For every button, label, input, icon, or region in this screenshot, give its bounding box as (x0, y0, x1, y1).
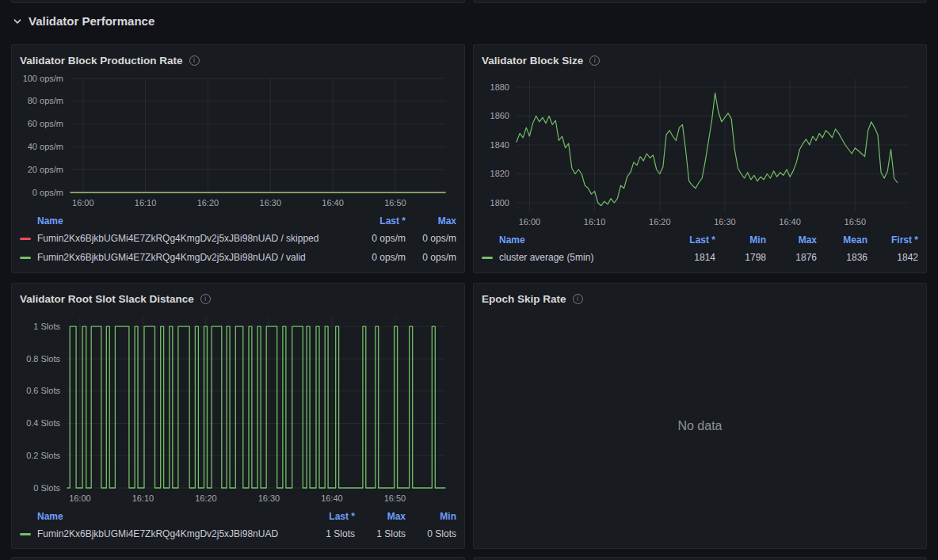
svg-text:16:20: 16:20 (195, 493, 217, 503)
svg-text:1860: 1860 (490, 111, 509, 120)
svg-text:16:40: 16:40 (322, 198, 344, 208)
svg-text:16:10: 16:10 (135, 198, 157, 208)
legend-series-name[interactable]: Fumin2Kx6BjkbUGMi4E7ZkRQg4KmgDv2j5xJBi98… (37, 252, 355, 263)
legend-value-min: 0 Slots (406, 528, 456, 539)
series-color-swatch (482, 257, 493, 259)
dashboard: Validator Performance Validator Block Pr… (0, 0, 938, 560)
series-color-swatch (20, 238, 31, 240)
legend-value-mean: 1836 (817, 252, 867, 263)
svg-text:16:30: 16:30 (258, 493, 280, 503)
chevron-down-icon (13, 17, 22, 26)
legend-header-row: Name Last * Max (20, 213, 456, 229)
panel-header: Validator Block Production Rate i (20, 50, 456, 70)
svg-text:16:00: 16:00 (519, 217, 541, 227)
legend-header-last[interactable]: Last * (304, 511, 355, 522)
panel-epoch-skip-rate: Epoch Skip Rate i No data (473, 283, 927, 549)
legend-row-skipped: Fumin2Kx6BjkbUGMi4E7ZkRQg4KmgDv2j5xJBi98… (20, 229, 456, 248)
partial-panel-bottom-right (473, 557, 927, 560)
svg-text:20 ops/m: 20 ops/m (28, 165, 63, 174)
svg-text:16:10: 16:10 (584, 217, 606, 227)
legend-row-valid: Fumin2Kx6BjkbUGMi4E7ZkRQg4KmgDv2j5xJBi98… (20, 248, 456, 267)
info-icon[interactable]: i (189, 55, 200, 66)
panel-title[interactable]: Validator Root Slot Slack Distance (20, 293, 194, 305)
svg-text:16:20: 16:20 (197, 198, 219, 208)
info-icon[interactable]: i (200, 294, 211, 304)
panel-header: Validator Root Slot Slack Distance i (20, 288, 456, 309)
svg-text:16:50: 16:50 (384, 198, 406, 208)
svg-text:16:50: 16:50 (845, 217, 867, 227)
legend-header-row: Name Last * Min Max Mean First * (482, 232, 918, 248)
svg-text:0.2 Slots: 0.2 Slots (26, 451, 60, 460)
legend-header-name[interactable]: Name (37, 511, 304, 522)
legend-header-mean[interactable]: Mean (817, 234, 867, 246)
root-slot-slack-chart[interactable]: 0 Slots0.2 Slots0.4 Slots0.6 Slots0.8 Sl… (20, 309, 456, 509)
legend-header-first[interactable]: First * (867, 234, 918, 246)
panel-title[interactable]: Epoch Skip Rate (482, 293, 566, 305)
legend-value-min: 1798 (715, 252, 766, 263)
info-icon[interactable]: i (573, 294, 583, 304)
svg-text:0 Slots: 0 Slots (33, 483, 60, 493)
svg-text:1800: 1800 (490, 198, 509, 208)
legend-header-max[interactable]: Max (766, 234, 817, 246)
svg-text:16:20: 16:20 (649, 217, 671, 227)
legend-row-validator: Fumin2Kx6BjkbUGMi4E7ZkRQg4KmgDv2j5xJBi98… (20, 524, 456, 543)
svg-text:16:10: 16:10 (132, 493, 154, 503)
partial-panel-top-left (11, 0, 465, 3)
svg-text:16:50: 16:50 (384, 493, 406, 503)
svg-text:60 ops/m: 60 ops/m (28, 119, 63, 128)
legend-series-name[interactable]: cluster average (5min) (499, 252, 665, 263)
svg-text:0.4 Slots: 0.4 Slots (26, 418, 60, 428)
info-icon[interactable]: i (589, 55, 600, 66)
legend-row-cluster-average: cluster average (5min) 1814 1798 1876 18… (482, 248, 918, 267)
panel-validator-block-production-rate: Validator Block Production Rate i 0 ops/… (11, 44, 465, 273)
svg-text:1840: 1840 (490, 140, 509, 150)
svg-text:0 ops/m: 0 ops/m (32, 188, 63, 197)
legend-header-min[interactable]: Min (406, 511, 456, 522)
svg-text:16:00: 16:00 (72, 198, 94, 208)
svg-text:16:40: 16:40 (779, 217, 801, 227)
svg-text:16:00: 16:00 (69, 493, 91, 503)
svg-text:0.8 Slots: 0.8 Slots (26, 354, 60, 364)
svg-text:1 Slots: 1 Slots (33, 322, 60, 331)
legend-value-last: 1 Slots (304, 528, 355, 539)
block-production-rate-chart[interactable]: 0 ops/m20 ops/m40 ops/m60 ops/m80 ops/m1… (20, 70, 456, 213)
legend-value-last: 0 ops/m (355, 252, 406, 263)
legend-value-max: 0 ops/m (406, 233, 456, 244)
svg-text:1820: 1820 (490, 169, 509, 178)
legend-header-last[interactable]: Last * (665, 234, 715, 246)
legend-series-name[interactable]: Fumin2Kx6BjkbUGMi4E7ZkRQg4KmgDv2j5xJBi98… (37, 528, 304, 539)
svg-text:1880: 1880 (490, 82, 509, 92)
legend-value-last: 0 ops/m (355, 233, 406, 244)
legend-header-name[interactable]: Name (499, 234, 665, 246)
legend-value-max: 0 ops/m (406, 252, 456, 263)
legend-header-row: Name Last * Max Min (20, 509, 456, 524)
partial-panel-bottom-left (11, 557, 465, 560)
legend: Name Last * Max Min Fumin2Kx6BjkbUGMi4E7… (20, 509, 456, 543)
panel-title[interactable]: Validator Block Size (482, 55, 583, 67)
svg-text:16:30: 16:30 (714, 217, 736, 227)
section-row-validator-performance[interactable]: Validator Performance (13, 14, 154, 28)
legend-value-max: 1876 (766, 252, 817, 263)
series-color-swatch (20, 257, 31, 259)
panel-title[interactable]: Validator Block Production Rate (20, 55, 183, 67)
svg-text:40 ops/m: 40 ops/m (28, 142, 63, 151)
svg-text:100 ops/m: 100 ops/m (23, 74, 63, 83)
legend-header-name[interactable]: Name (37, 215, 355, 227)
series-color-swatch (20, 533, 31, 535)
legend-header-min[interactable]: Min (715, 234, 766, 246)
legend-header-last[interactable]: Last * (355, 215, 406, 227)
svg-text:16:30: 16:30 (260, 198, 282, 208)
no-data-message: No data (482, 309, 918, 543)
legend-header-max[interactable]: Max (355, 511, 406, 522)
legend-value-last: 1814 (665, 252, 715, 263)
panel-header: Validator Block Size i (482, 50, 918, 70)
panel-validator-root-slot-slack-distance: Validator Root Slot Slack Distance i 0 S… (11, 283, 465, 549)
block-size-chart[interactable]: 1800182018401860188016:0016:1016:2016:30… (482, 70, 918, 232)
legend: Name Last * Max Fumin2Kx6BjkbUGMi4E7ZkRQ… (20, 213, 456, 267)
legend-series-name[interactable]: Fumin2Kx6BjkbUGMi4E7ZkRQg4KmgDv2j5xJBi98… (37, 233, 355, 244)
svg-text:16:40: 16:40 (321, 493, 343, 503)
section-title: Validator Performance (29, 14, 154, 28)
svg-text:0.6 Slots: 0.6 Slots (26, 386, 60, 395)
legend-header-max[interactable]: Max (406, 215, 456, 227)
panel-validator-block-size: Validator Block Size i 18001820184018601… (473, 44, 927, 273)
